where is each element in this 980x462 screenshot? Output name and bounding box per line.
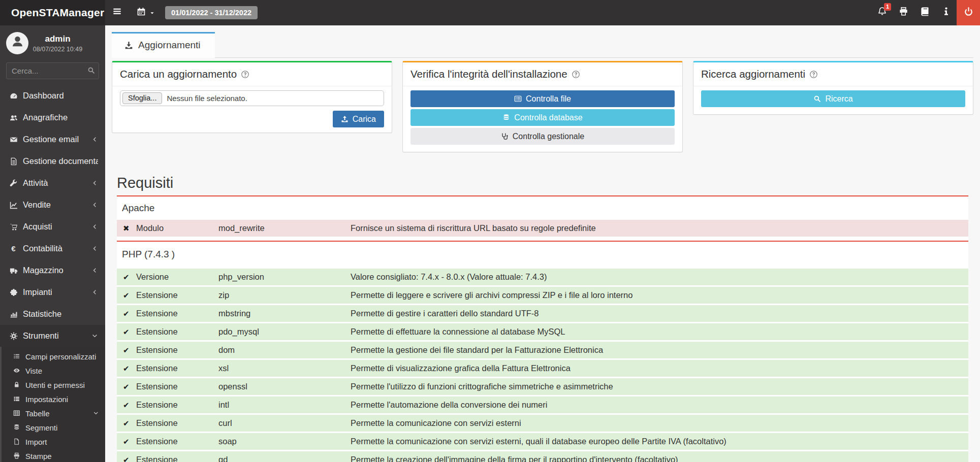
sidebar-item-gestione-email[interactable]: Gestione email xyxy=(0,128,105,150)
sidebar-subitem-viste[interactable]: Viste xyxy=(2,364,105,378)
sidebar-item-magazzino[interactable]: Magazzino xyxy=(0,259,105,281)
truck-icon xyxy=(8,267,19,275)
puzzle-icon xyxy=(8,288,19,296)
print-button[interactable] xyxy=(893,0,914,25)
top-bar: OpenSTAManager 01/01/2022 - 31/12/2022 1 xyxy=(0,0,980,25)
date-range-picker-button[interactable] xyxy=(129,0,161,25)
controlla-file-button[interactable]: Controlla file xyxy=(410,90,675,107)
sidebar-subitem-import[interactable]: Import xyxy=(2,435,105,449)
sidebar-item-label: Vendite xyxy=(23,200,91,210)
cross-icon: ✖ xyxy=(123,224,136,233)
sidebar-subitem-tabelle[interactable]: Tabelle xyxy=(2,406,105,420)
sidebar-item-label: Gestione email xyxy=(23,135,91,144)
help-icon[interactable] xyxy=(809,70,818,79)
eye-icon xyxy=(11,367,22,374)
sidebar-item-statistiche[interactable]: Statistiche xyxy=(0,303,105,325)
verify-panel-buttons: Controlla file Controlla database Contro… xyxy=(403,86,682,152)
controlla-database-button[interactable]: Controlla database xyxy=(410,109,675,126)
requirement-rows: ✖ Modulo mod_rewrite Fornisce un sistema… xyxy=(117,220,968,237)
sidebar-subitem-label: Import xyxy=(25,438,105,446)
sidebar-item-dashboard[interactable]: Dashboard xyxy=(0,85,105,107)
date-range-badge[interactable]: 01/01/2022 - 31/12/2022 xyxy=(165,6,258,19)
requirement-description: Permette la creazione dell'immagine dell… xyxy=(351,455,968,462)
chevron-left-icon xyxy=(91,245,98,252)
requirement-type: Estensione xyxy=(136,400,218,410)
euro-icon: € xyxy=(8,244,19,253)
notifications-button[interactable]: 1 xyxy=(871,0,893,25)
upload-submit-button[interactable]: Carica xyxy=(333,111,384,127)
upload-icon xyxy=(341,115,349,123)
sidebar-item-anagrafiche[interactable]: Anagrafiche xyxy=(0,107,105,128)
download-icon xyxy=(124,41,133,50)
sidebar-item-acquisti[interactable]: Acquisti xyxy=(0,216,105,238)
search-submit-button[interactable] xyxy=(87,67,95,76)
requirement-description: Valore consigliato: 7.4.x - 8.0.x (Valor… xyxy=(351,272,968,282)
sidebar-subitem-label: Utenti e permessi xyxy=(25,381,105,389)
sidebar-item-impianti[interactable]: Impianti xyxy=(0,281,105,303)
chevron-left-icon xyxy=(91,136,98,143)
help-icon[interactable] xyxy=(572,70,580,79)
sidebar-item-gestione-documentale[interactable]: Gestione documentale xyxy=(0,150,105,172)
chevron-left-icon xyxy=(91,180,98,186)
requirement-type: Estensione xyxy=(136,364,218,373)
controlla-gestionale-button[interactable]: Controlla gestionale xyxy=(410,128,675,145)
sidebar: admin 08/07/2022 10:49 Dashboard Anagraf… xyxy=(0,25,105,462)
requirement-row-xsl: ✔ Estensione xsl Permette di visualizzaz… xyxy=(117,360,968,377)
requirement-row-openssl: ✔ Estensione openssl Permette l'utilizzo… xyxy=(117,378,968,395)
sidebar-subitem-impostazioni[interactable]: Impostazioni xyxy=(2,392,105,406)
sidebar-subitem-utenti-e-permessi[interactable]: Utenti e permessi xyxy=(2,378,105,392)
sidebar-item-vendite[interactable]: Vendite xyxy=(0,194,105,216)
search-input[interactable] xyxy=(6,62,99,79)
list-alt-icon xyxy=(514,95,522,103)
browse-button[interactable]: Sfoglia... xyxy=(122,92,162,104)
chevron-left-icon xyxy=(91,202,98,208)
search-updates-panel-title: Ricerca aggiornamenti xyxy=(701,68,805,80)
tab-aggiornamenti[interactable]: Aggiornamenti xyxy=(112,32,215,58)
requirement-description: Permette l'automazione della conversione… xyxy=(351,400,968,410)
requirement-description: Permette di gestire i caratteri dello st… xyxy=(351,309,968,318)
documentation-button[interactable] xyxy=(914,0,935,25)
panels-row: Carica un aggiornamento Sfoglia... Nessu… xyxy=(107,61,978,152)
main-content: Aggiornamenti Carica un aggiornamento Sf… xyxy=(105,25,980,462)
logout-button[interactable] xyxy=(957,0,980,25)
chevron-left-icon xyxy=(91,223,98,230)
sidebar-subitem-label: Segmenti xyxy=(25,423,105,432)
help-icon[interactable] xyxy=(241,70,249,79)
sidebar-subitem-campi-personalizzati[interactable]: Campi personalizzati xyxy=(2,349,105,364)
upload-panel-header: Carica un aggiornamento xyxy=(112,62,392,86)
sidebar-item-label: Anagrafiche xyxy=(23,113,98,122)
calendar-icon xyxy=(137,7,146,19)
ricerca-button[interactable]: Ricerca xyxy=(701,90,965,107)
requirement-row-gd: ✔ Estensione gd Permette la creazione de… xyxy=(117,451,968,462)
avatar xyxy=(6,32,28,54)
requirement-name: openssl xyxy=(218,382,351,391)
sidebar-item-contabilita[interactable]: € Contabilità xyxy=(0,238,105,259)
sidebar-toggle-button[interactable] xyxy=(105,0,129,25)
sidebar-item-attivita[interactable]: Attività xyxy=(0,172,105,194)
bar-chart-icon xyxy=(8,310,19,318)
sidebar-subitem-segmenti[interactable]: Segmenti xyxy=(2,420,105,435)
requirement-row-soap: ✔ Estensione soap Permette la comunicazi… xyxy=(117,433,968,450)
sidebar-item-strumenti[interactable]: Strumenti xyxy=(0,325,105,347)
user-name: admin xyxy=(28,34,87,44)
requirement-description: Permette la comunicazione con servizi es… xyxy=(351,437,968,446)
upload-submit-label: Carica xyxy=(353,115,376,124)
upload-panel-title: Carica un aggiornamento xyxy=(120,68,237,80)
button-label: Controlla gestionale xyxy=(513,132,584,141)
app-logo[interactable]: OpenSTAManager xyxy=(0,0,105,25)
file-input[interactable]: Sfoglia... Nessun file selezionato. xyxy=(120,90,384,106)
info-button[interactable] xyxy=(935,0,957,25)
verify-panel-header: Verifica l'integrità dell'installazione xyxy=(403,62,682,86)
requirement-section-title: PHP (7.4.3 ) xyxy=(117,242,968,269)
check-icon: ✔ xyxy=(123,327,136,337)
requirement-section-title: Apache xyxy=(117,196,968,220)
tab-bar: Aggiornamenti xyxy=(112,32,973,58)
requirement-type: Estensione xyxy=(136,309,218,318)
sidebar-subitem-label: Viste xyxy=(25,367,105,375)
button-label: Controlla database xyxy=(514,113,582,122)
check-icon: ✔ xyxy=(123,382,136,391)
check-icon: ✔ xyxy=(123,419,136,428)
sidebar-subitem-stampe[interactable]: Stampe xyxy=(2,449,105,462)
requirement-name: mod_rewrite xyxy=(218,223,351,233)
requirement-row-intl: ✔ Estensione intl Permette l'automazione… xyxy=(117,397,968,413)
